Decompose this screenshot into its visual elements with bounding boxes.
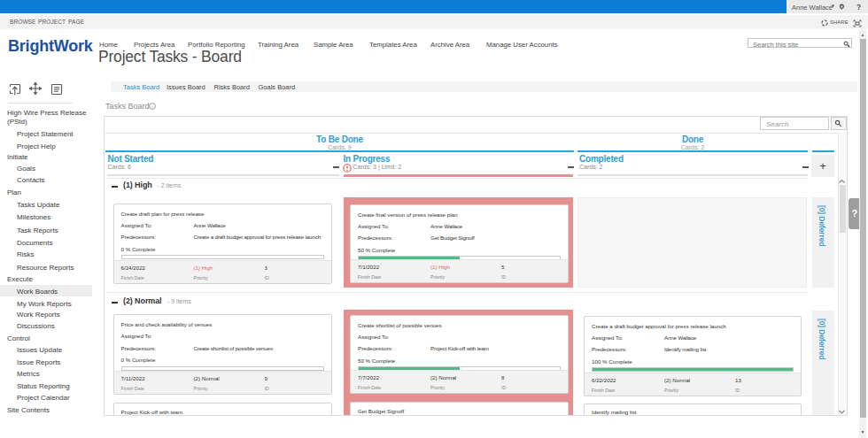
svg-text:i: i [151,104,153,109]
